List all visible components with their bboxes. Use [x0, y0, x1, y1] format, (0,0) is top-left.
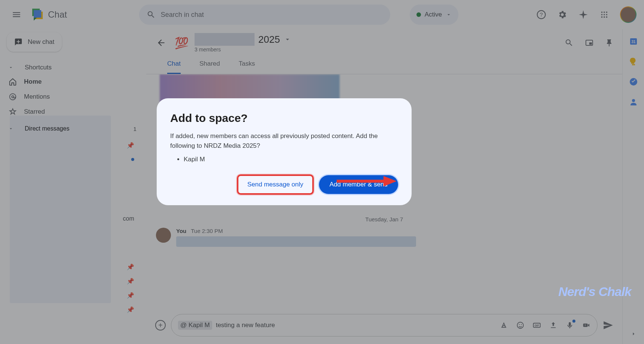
member-item: Kapil M — [184, 156, 398, 163]
svg-marker-33 — [383, 176, 397, 186]
modal-overlay[interactable]: Add to space? If added, new members can … — [0, 0, 644, 344]
watermark: Nerd's Chalk — [559, 284, 632, 299]
member-list: Kapil M — [184, 156, 398, 163]
add-to-space-dialog: Add to space? If added, new members can … — [157, 98, 412, 205]
annotation-arrow-icon — [337, 174, 397, 189]
dialog-title: Add to space? — [170, 112, 398, 125]
dialog-description: If added, new members can access all pre… — [170, 131, 398, 150]
send-message-only-button[interactable]: Send message only — [237, 174, 314, 195]
